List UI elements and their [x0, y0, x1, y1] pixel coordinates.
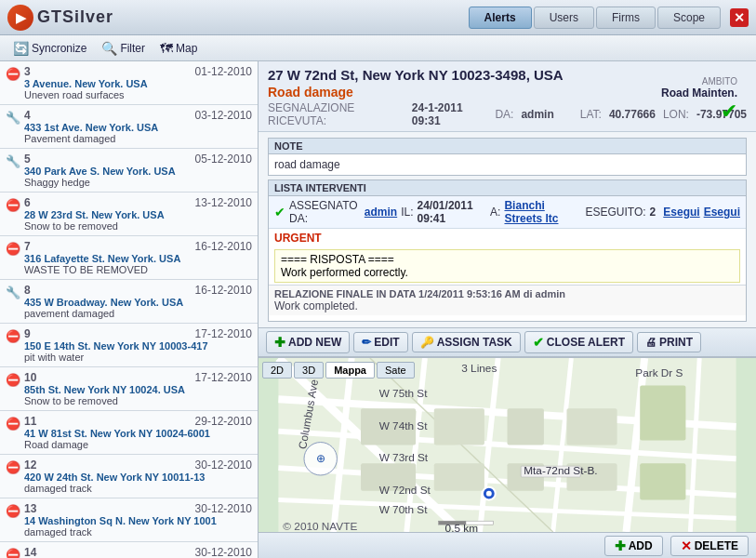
il-date: 24/01/2011 09:41: [418, 199, 487, 225]
item-date: 29-12-2010: [195, 415, 252, 428]
svg-text:W 75th St: W 75th St: [379, 387, 429, 400]
status-icon: ⛔: [6, 373, 20, 387]
status-icon: ⛔: [6, 548, 20, 558]
status-icon: 🔧: [6, 154, 20, 168]
intervento-body: URGENT: [269, 229, 746, 247]
item-date: 13-12-2010: [195, 196, 252, 209]
tab-scope[interactable]: Scope: [657, 7, 721, 29]
item-number: 11: [24, 415, 36, 428]
map-icon: 🗺: [160, 41, 173, 56]
list-item[interactable]: 🔧 5 05-12-2010 340 Park Ave S. New York.…: [0, 149, 258, 193]
ambito-badge: AMBITO Road Mainten. ✔: [661, 76, 737, 124]
da-value: admin: [521, 108, 553, 121]
map-tab-mappa[interactable]: Mappa: [325, 362, 375, 379]
add-label: ADD: [629, 539, 653, 552]
list-item[interactable]: ⛔ 14 30-12-2010 123 E 14th St. New York …: [0, 542, 258, 558]
delete-label: DELETE: [695, 539, 738, 552]
edit-icon: ✏: [362, 336, 371, 349]
status-icon: ⛔: [6, 504, 20, 518]
list-item[interactable]: ⛔ 11 29-12-2010 41 W 81st St. New York N…: [0, 411, 258, 455]
close-app-button[interactable]: ✕: [730, 8, 749, 27]
close-alert-label: CLOSE ALERT: [547, 336, 625, 349]
status-icon: ⛔: [6, 198, 20, 212]
tab-alerts[interactable]: Alerts: [469, 7, 532, 29]
bottom-bar: ✚ ADD ✕ DELETE: [259, 532, 756, 558]
status-icon: ⛔: [6, 417, 20, 431]
app-title: GTSilver: [37, 7, 113, 27]
list-item[interactable]: ⛔ 3 01-12-2010 3 Avenue. New York. USA U…: [0, 61, 258, 105]
eseguito-value: 2: [650, 206, 657, 219]
a-value[interactable]: Bianchi Streets ltc: [504, 199, 581, 225]
action-bar: ✚ ADD NEW ✏ EDIT 🔑 ASSIGN TASK ✔ CLOSE A…: [259, 327, 756, 357]
item-desc: Snow to be removed: [24, 395, 252, 406]
svg-rect-17: [508, 408, 544, 445]
logo-area: ▶ GTSilver: [7, 5, 469, 31]
list-item[interactable]: ⛔ 6 13-12-2010 28 W 23rd St. New York. U…: [0, 193, 258, 236]
alerts-list[interactable]: ⛔ 3 01-12-2010 3 Avenue. New York. USA U…: [0, 61, 258, 558]
item-address: 85th St. New York NY 10024. USA: [24, 384, 252, 395]
item-date: 30-12-2010: [195, 502, 252, 515]
esegui-label[interactable]: Esegui: [704, 206, 740, 219]
status-icon: 🔧: [6, 111, 20, 125]
map-toolbar: 2D 3D Mappa Sate: [262, 362, 415, 379]
esegui-link[interactable]: Esegui: [663, 206, 699, 219]
list-item[interactable]: ⛔ 13 30-12-2010 14 Washington Sq N. New …: [0, 498, 258, 542]
svg-text:Mta-72nd St-B.: Mta-72nd St-B.: [524, 464, 597, 477]
tab-firms[interactable]: Firms: [596, 7, 656, 29]
list-item[interactable]: ⛔ 7 16-12-2010 316 Lafayette St. New Yor…: [0, 236, 258, 280]
map-tab-2d[interactable]: 2D: [262, 362, 292, 379]
svg-point-34: [486, 491, 492, 497]
list-item[interactable]: ⛔ 12 30-12-2010 420 W 24th St. New York …: [0, 455, 258, 498]
filter-label: Filter: [120, 42, 145, 55]
assegnato-value[interactable]: admin: [365, 206, 397, 219]
list-item[interactable]: ⛔ 10 17-12-2010 85th St. New York NY 100…: [0, 367, 258, 411]
main-content: ⛔ 3 01-12-2010 3 Avenue. New York. USA U…: [0, 61, 756, 558]
risposta-section: ==== RISPOSTA ==== Work performed correc…: [274, 249, 740, 283]
risposta-content: Work performed correctly.: [281, 266, 734, 279]
segnalazione-label: SEGNALAZIONE RICEVUTA:: [268, 101, 405, 127]
nav-tabs: Alerts Users Firms Scope ✕: [469, 7, 749, 29]
detail-header: 27 W 72nd St, New York NY 10023-3498, US…: [259, 61, 756, 132]
ambito-label: AMBITO: [661, 76, 737, 86]
close-alert-icon: ✔: [533, 335, 544, 350]
map-tab-3d[interactable]: 3D: [294, 362, 324, 379]
list-item[interactable]: 🔧 8 16-12-2010 435 W Broadway. New York.…: [0, 280, 258, 324]
item-desc: Pavement damaged: [24, 133, 252, 144]
list-item[interactable]: ⛔ 9 17-12-2010 150 E 14th St. New York N…: [0, 324, 258, 367]
status-icon: ⛔: [6, 67, 20, 81]
item-number: 9: [24, 327, 31, 340]
svg-rect-18: [566, 408, 617, 445]
status-checkmark: ✔: [661, 100, 737, 124]
add-new-button[interactable]: ✚ ADD NEW: [266, 331, 350, 353]
svg-text:W 70th St: W 70th St: [379, 503, 429, 516]
add-button[interactable]: ✚ ADD: [604, 536, 663, 556]
item-desc: pit with water: [24, 352, 252, 363]
assign-task-button[interactable]: 🔑 ASSIGN TASK: [412, 332, 521, 352]
list-item[interactable]: 🔧 4 03-12-2010 433 1st Ave. New York. US…: [0, 105, 258, 149]
close-alert-button[interactable]: ✔ CLOSE ALERT: [524, 331, 633, 353]
svg-text:W 73rd St: W 73rd St: [379, 451, 429, 464]
tab-users[interactable]: Users: [534, 7, 594, 29]
item-desc: WASTE TO BE REMOVED: [24, 264, 252, 275]
delete-button[interactable]: ✕ DELETE: [670, 536, 749, 556]
add-new-label: ADD NEW: [288, 336, 341, 349]
print-button[interactable]: 🖨 PRINT: [637, 332, 701, 352]
syncronize-button[interactable]: 🔄 Syncronize: [7, 39, 92, 58]
map-button[interactable]: 🗺 Map: [154, 39, 203, 58]
toolbar: 🔄 Syncronize 🔍 Filter 🗺 Map: [0, 35, 756, 61]
edit-button[interactable]: ✏ EDIT: [353, 332, 407, 352]
map-tab-satellite[interactable]: Sate: [377, 362, 415, 379]
note-label: NOTE: [269, 139, 746, 154]
print-label: PRINT: [659, 336, 693, 349]
item-desc: Road damage: [24, 439, 252, 450]
intervento-header: ✔ ASSEGNATO DA: admin IL: 24/01/2011 09:…: [269, 196, 746, 229]
status-icon: ⛔: [6, 242, 20, 256]
item-address: 420 W 24th St. New York NY 10011-13: [24, 472, 252, 483]
eseguito-label: ESEGUITO:: [585, 206, 645, 219]
filter-button[interactable]: 🔍 Filter: [96, 39, 151, 58]
item-address: 14 Washington Sq N. New York NY 1001: [24, 515, 252, 526]
status-icon: ⛔: [6, 460, 20, 474]
assign-icon: 🔑: [420, 336, 434, 349]
map-canvas[interactable]: W 75th St W 74th St W 73rd St W 72nd St …: [259, 358, 756, 532]
app-logo-icon: ▶: [7, 5, 33, 31]
